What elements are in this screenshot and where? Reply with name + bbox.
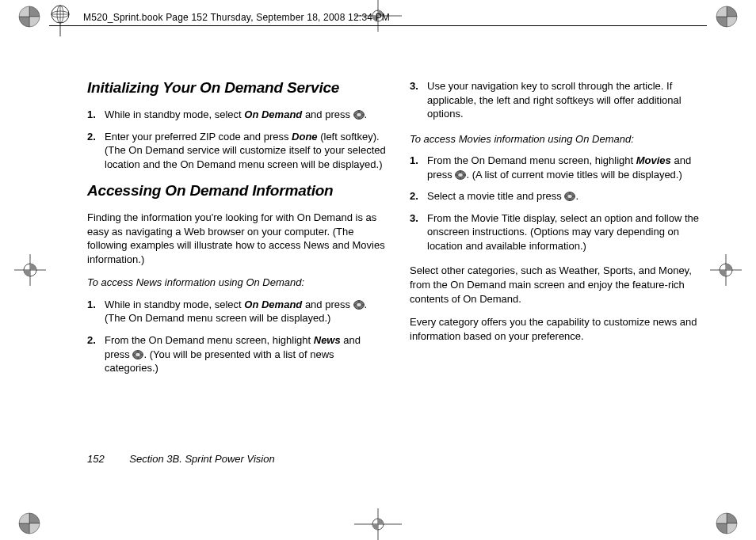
subhead-movies: To access Movies information using On De… xyxy=(410,132,708,146)
ok-key-icon xyxy=(353,299,365,310)
header-rule xyxy=(49,25,707,26)
movies-step-3: 3. From the Movie Title display, select … xyxy=(410,211,708,253)
registration-mark-icon xyxy=(715,5,739,29)
ok-key-icon xyxy=(455,169,466,181)
customize-paragraph: Every category offers you the capability… xyxy=(410,315,708,343)
news-step-3: 3. Use your navigation key to scroll thr… xyxy=(410,79,708,121)
svg-point-43 xyxy=(567,195,573,199)
registration-mark-icon xyxy=(715,511,739,535)
movies-step-2: 2. Select a movie title and press . xyxy=(410,189,708,203)
subhead-news: To access News information using On Dema… xyxy=(87,276,386,290)
page-number: 152 xyxy=(87,453,105,465)
init-steps: 1. While in standby mode, select On Dema… xyxy=(87,108,386,171)
running-head: M520_Sprint.book Page 152 Thursday, Sept… xyxy=(83,12,390,23)
registration-mark-icon xyxy=(17,5,41,29)
svg-point-19 xyxy=(356,112,361,116)
heading-initializing: Initializing Your On Demand Service xyxy=(87,79,386,97)
movies-step-1: 1. From the On Demand menu screen, highl… xyxy=(410,154,708,181)
init-step-1: 1. While in standby mode, select On Dema… xyxy=(87,108,386,122)
news-step-2: 2. From the On Demand menu screen, highl… xyxy=(87,333,386,375)
accessing-intro: Finding the information you're looking f… xyxy=(87,211,386,266)
heading-accessing: Accessing On Demand Information xyxy=(87,182,386,200)
ok-key-icon xyxy=(353,109,365,120)
svg-point-25 xyxy=(356,302,361,306)
page-footer: 152 Section 3B. Sprint Power Vision xyxy=(87,453,275,465)
crop-crosshair-icon xyxy=(354,508,402,540)
framemaker-book-icon xyxy=(49,5,74,36)
categories-paragraph: Select other categories, such as Weather… xyxy=(410,264,708,306)
registration-mark-icon xyxy=(17,511,41,535)
movies-steps: 1. From the On Demand menu screen, highl… xyxy=(410,154,708,253)
svg-point-37 xyxy=(458,173,464,177)
registration-target-icon xyxy=(710,254,742,286)
svg-point-31 xyxy=(136,352,141,356)
ok-key-icon xyxy=(132,349,143,360)
registration-target-icon xyxy=(14,254,46,286)
section-label: Section 3B. Sprint Power Vision xyxy=(129,453,274,465)
page-content: Initializing Your On Demand Service 1. W… xyxy=(87,79,708,428)
init-step-2: 2. Enter your preferred ZIP code and pre… xyxy=(87,130,386,172)
ok-key-icon xyxy=(564,191,575,202)
news-step-1: 1. While in standby mode, select On Dema… xyxy=(87,298,386,325)
